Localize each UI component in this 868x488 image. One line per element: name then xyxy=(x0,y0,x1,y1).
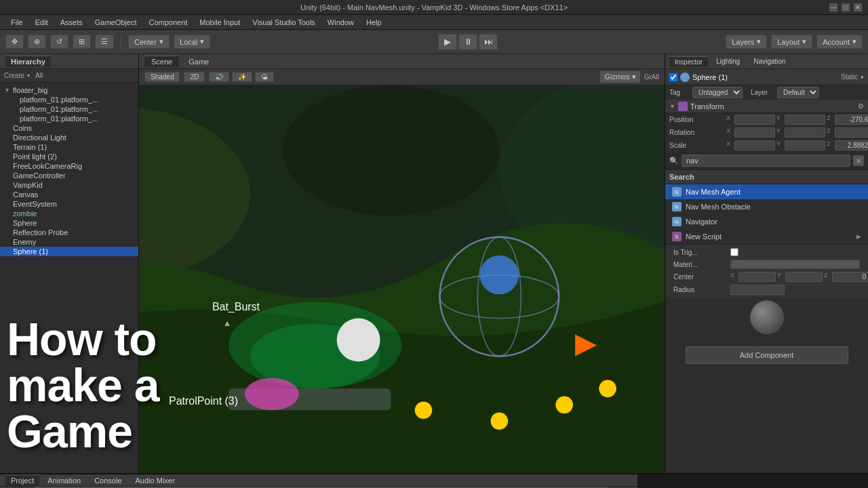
hier-item-platform3[interactable]: platform_01:platform_... xyxy=(0,114,138,123)
layers-dropdown[interactable]: Layers ▾ xyxy=(726,35,767,49)
hier-item-vampkid[interactable]: VampKid xyxy=(0,180,138,190)
sy-label: Y xyxy=(776,140,783,150)
play-button[interactable]: ▶ xyxy=(438,34,457,50)
layer-dropdown[interactable]: Default xyxy=(777,87,819,98)
radius-input[interactable] xyxy=(730,285,785,295)
hier-item-zombie[interactable]: zombie xyxy=(0,209,138,218)
menu-window[interactable]: Window xyxy=(322,17,359,28)
hier-item-point-light[interactable]: Point light (2) xyxy=(0,152,138,161)
center-label: Center xyxy=(134,38,157,46)
transform-scale-tool[interactable]: ⊞ xyxy=(73,35,91,49)
fx-toggle[interactable]: ✨ xyxy=(232,72,252,82)
search-clear-button[interactable]: ✕ xyxy=(853,155,864,166)
create-label[interactable]: Create xyxy=(4,72,24,79)
hier-item-canvas[interactable]: Canvas xyxy=(0,190,138,199)
sky-toggle[interactable]: 🌤 xyxy=(255,72,274,82)
menu-component[interactable]: Component xyxy=(143,17,193,28)
rotation-z-input[interactable] xyxy=(835,127,868,138)
scene-viewport[interactable]: Bat_Burst ▲ PatrolPoint (3) x y z < Pers… xyxy=(139,85,665,473)
position-x-input[interactable] xyxy=(734,115,775,125)
navmeshagent-icon: N xyxy=(672,187,682,197)
svg-point-17 xyxy=(480,256,519,295)
hier-item-gamecontroller[interactable]: GameController xyxy=(0,171,138,180)
tab-inspector[interactable]: Inspector xyxy=(669,56,708,67)
navmeshagent-label: Nav Mesh Agent xyxy=(686,188,741,196)
tag-dropdown[interactable]: Untagged xyxy=(692,87,743,98)
hier-item-sphere[interactable]: Sphere xyxy=(0,218,138,228)
static-arrow-icon[interactable]: ▾ xyxy=(861,74,864,81)
search-result-navigator[interactable]: N Navigator xyxy=(665,214,868,229)
center-x-input[interactable] xyxy=(738,272,776,282)
minimize-button[interactable]: — xyxy=(829,3,838,12)
account-dropdown[interactable]: Account ▾ xyxy=(816,35,863,49)
local-dropdown[interactable]: Local ▾ xyxy=(174,35,210,49)
add-component-button[interactable]: Add Component xyxy=(686,346,848,364)
search-result-navmeshagent[interactable]: N Nav Mesh Agent xyxy=(665,184,868,199)
material-value[interactable] xyxy=(730,260,860,269)
hier-item-directional-light[interactable]: Directional Light xyxy=(0,133,138,142)
navigator-label: Navigator xyxy=(686,218,717,226)
menu-file[interactable]: File xyxy=(5,17,28,28)
tab-console[interactable]: Console xyxy=(89,475,127,486)
hier-item-sphere1[interactable]: Sphere (1) xyxy=(0,247,138,256)
menu-assets[interactable]: Assets xyxy=(55,17,88,28)
scene-header: Scene Game xyxy=(139,54,665,69)
hier-item-reflection-probe[interactable]: Reflection Probe xyxy=(0,228,138,237)
mode-2d-button[interactable]: 2D xyxy=(184,72,205,82)
shading-dropdown[interactable]: Shaded xyxy=(144,72,180,82)
center-dropdown[interactable]: Center ▾ xyxy=(128,35,170,49)
tab-audiomixer[interactable]: Audio Mixer xyxy=(130,475,180,486)
close-button[interactable]: ✕ xyxy=(853,3,863,12)
sz-label: Z xyxy=(827,140,833,150)
tab-animation[interactable]: Animation xyxy=(42,475,86,486)
pause-button[interactable]: ⏸ xyxy=(458,34,477,50)
hier-item-eventsystem[interactable]: EventSystem xyxy=(0,199,138,209)
maximize-button[interactable]: □ xyxy=(841,3,850,12)
audio-toggle[interactable]: 🔊 xyxy=(209,72,229,82)
tab-lighting[interactable]: Lighting xyxy=(711,56,745,66)
transform-move-tool[interactable]: ⊕ xyxy=(28,35,46,49)
menu-edit[interactable]: Edit xyxy=(30,17,54,28)
transform-rect-tool[interactable]: ☰ xyxy=(95,35,114,49)
tab-project[interactable]: Project xyxy=(5,474,39,486)
transform-rotate-tool[interactable]: ↺ xyxy=(50,35,68,49)
rotation-y-input[interactable] xyxy=(785,127,825,138)
step-button[interactable]: ⏭ xyxy=(479,34,498,50)
tab-navigation[interactable]: Navigation xyxy=(748,56,791,66)
all-filter[interactable]: All xyxy=(35,72,43,79)
transform-settings-icon[interactable]: ⚙ xyxy=(858,102,864,110)
menu-gameobject[interactable]: GameObject xyxy=(90,17,142,28)
search-result-newscript[interactable]: S New Script ▶ xyxy=(665,229,868,244)
hier-item-floater[interactable]: ▼ floater_big xyxy=(0,85,138,95)
cy-label: Y xyxy=(777,272,784,282)
tab-hierarchy[interactable]: Hierarchy xyxy=(5,56,51,67)
hier-item-terrain[interactable]: Terrain (1) xyxy=(0,142,138,152)
rotation-x-input[interactable] xyxy=(734,127,775,138)
gizmos-label[interactable]: Gizmos ▾ xyxy=(600,71,639,83)
object-active-checkbox[interactable] xyxy=(669,73,677,81)
hier-item-platform2[interactable]: platform_01:platform_... xyxy=(0,104,138,114)
tab-game[interactable]: Game xyxy=(182,56,216,67)
center-z-input[interactable] xyxy=(832,272,868,282)
hier-item-coins[interactable]: Coins xyxy=(0,123,138,133)
menu-visual-studio-tools[interactable]: Visual Studio Tools xyxy=(247,17,321,28)
search-result-navmeshobstacle[interactable]: N Nav Mesh Obstacle xyxy=(665,199,868,214)
hier-item-freelook[interactable]: FreeLookCameraRig xyxy=(0,161,138,171)
scale-y-input[interactable] xyxy=(785,140,825,150)
position-z-input[interactable] xyxy=(835,115,868,125)
center-y-input[interactable] xyxy=(785,272,823,282)
hier-item-label: EventSystem xyxy=(13,200,57,208)
scale-x-input[interactable] xyxy=(734,140,775,150)
scale-z-input[interactable] xyxy=(835,140,868,150)
transform-component-header[interactable]: ▼ Transform ⚙ xyxy=(665,100,868,113)
menu-help[interactable]: Help xyxy=(361,17,387,28)
transform-hand-tool[interactable]: ✥ xyxy=(5,35,24,49)
tab-scene[interactable]: Scene xyxy=(144,56,179,67)
hier-item-enemy[interactable]: Enemy xyxy=(0,237,138,247)
layout-dropdown[interactable]: Layout ▾ xyxy=(771,35,812,49)
hier-item-platform1[interactable]: platform_01:platform_... xyxy=(0,95,138,104)
search-input[interactable] xyxy=(682,155,850,167)
position-y-input[interactable] xyxy=(785,115,825,125)
menu-mobile-input[interactable]: Mobile Input xyxy=(194,17,245,28)
istrigger-checkbox[interactable] xyxy=(730,248,738,256)
